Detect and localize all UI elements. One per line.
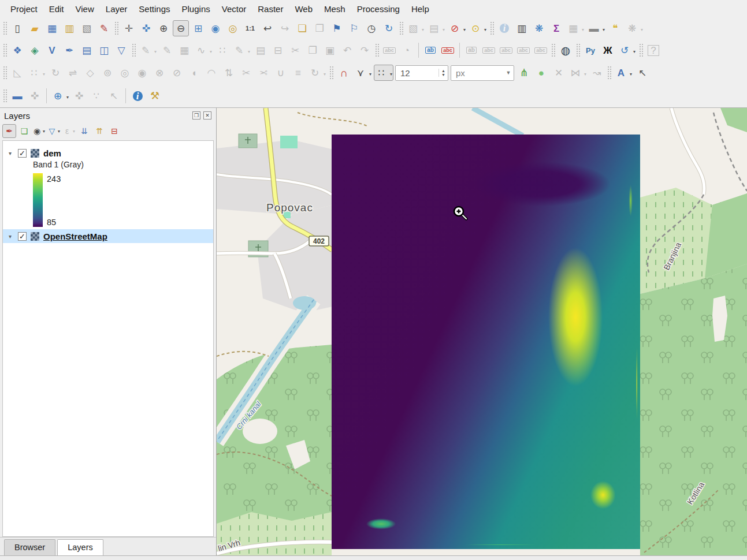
map-target-button[interactable]: ⊕: [50, 88, 70, 104]
menu-item-web[interactable]: Web: [289, 2, 318, 16]
copy-features-button[interactable]: ❐: [304, 42, 321, 58]
snapping-mode-button[interactable]: ∷: [374, 65, 393, 81]
menu-item-vector[interactable]: Vector: [216, 2, 252, 16]
dem-visibility-checkbox[interactable]: ✓: [18, 149, 27, 158]
snapping-tolerance-value[interactable]: 12: [396, 68, 438, 78]
new-spatial-bookmark-button[interactable]: ⚑: [329, 20, 345, 36]
merge-attributes-button[interactable]: ≡: [290, 65, 306, 81]
add-ring-button[interactable]: ◎: [117, 65, 133, 81]
open-layer-styling-button[interactable]: ✒: [2, 124, 16, 138]
toolbox-wrench-button[interactable]: ⚒: [147, 88, 163, 104]
map-canvas[interactable]: 402 Popovac Crni kanal Branjina Kotlina …: [217, 108, 747, 555]
spinbox-stepper[interactable]: ▲▼: [438, 69, 448, 77]
identify-info-button[interactable]: i: [129, 88, 146, 104]
run-feature-action-button[interactable]: ❋: [625, 20, 644, 36]
cut-features-button[interactable]: ✂: [287, 42, 303, 58]
avoid-overlap-button[interactable]: ●: [533, 65, 549, 81]
manage-map-themes-button[interactable]: ◉: [32, 124, 46, 138]
filter-legend-button[interactable]: ▽: [47, 124, 61, 138]
new-map-view-button[interactable]: ❏: [294, 20, 310, 36]
osm-visibility-checkbox[interactable]: ✓: [18, 232, 27, 241]
snapping-type-button[interactable]: ⋎: [353, 65, 373, 81]
vertex-tool-button[interactable]: ✎: [232, 42, 251, 58]
paste-features-button[interactable]: ▣: [322, 42, 338, 58]
undo-button[interactable]: ↶: [339, 42, 355, 58]
offset-curve-button[interactable]: ◠: [203, 65, 220, 81]
expander-icon[interactable]: ▾: [9, 233, 17, 240]
toggle-editing-button[interactable]: ✎: [159, 42, 175, 58]
zoom-to-layer-button[interactable]: ◎: [225, 20, 241, 36]
layer-row-dem[interactable]: ▾ ✓ dem: [3, 146, 213, 160]
new-spatialite-layer-button[interactable]: ✒: [61, 42, 77, 58]
topological-editing-button[interactable]: ⋔: [516, 65, 532, 81]
change-label-button[interactable]: abc: [533, 42, 549, 58]
expand-all-button[interactable]: ⇊: [77, 124, 91, 138]
new-virtual-layer-button[interactable]: ◫: [96, 42, 112, 58]
modify-attributes-button[interactable]: ▤: [252, 42, 269, 58]
refresh-map-button[interactable]: ↻: [381, 20, 397, 36]
reverse-line-button[interactable]: ⇅: [221, 65, 237, 81]
snapping-intersection-mode-button[interactable]: ⋈: [568, 65, 588, 81]
add-feature-button[interactable]: ∷: [214, 42, 231, 58]
menu-item-edit[interactable]: Edit: [43, 2, 70, 16]
close-panel-button[interactable]: ✕: [203, 111, 211, 120]
attribute-table-button[interactable]: ▦: [566, 20, 585, 36]
zoom-next-button[interactable]: ↪: [277, 20, 293, 36]
highlight-pinned-labels-button[interactable]: abc: [481, 42, 497, 58]
float-panel-button[interactable]: ❐: [192, 111, 200, 120]
tab-browser[interactable]: Browser: [4, 539, 55, 555]
add-part-button[interactable]: ◉: [134, 65, 150, 81]
zoom-in-button[interactable]: ⊕: [155, 20, 172, 36]
pointer-tool-button[interactable]: ↖: [106, 88, 122, 104]
zoom-to-selection-button[interactable]: ◉: [207, 20, 224, 36]
menu-item-mesh[interactable]: Mesh: [318, 2, 351, 16]
python-console-button[interactable]: Py: [582, 42, 599, 58]
diagram-options-button[interactable]: ◔: [399, 42, 415, 58]
gps-center-button[interactable]: ✜: [27, 88, 43, 104]
menu-item-layer[interactable]: Layer: [100, 2, 133, 16]
debug-report-button[interactable]: Ж: [600, 42, 616, 58]
reshape-features-button[interactable]: ◖: [186, 65, 202, 81]
rotate-point-symbols-button[interactable]: ↻: [307, 65, 327, 81]
menu-item-plugins[interactable]: Plugins: [176, 2, 216, 16]
new-mesh-layer-button[interactable]: ▽: [113, 42, 129, 58]
zoom-out-button[interactable]: ⊖: [173, 20, 189, 36]
layer-labeling-button[interactable]: ab: [422, 42, 438, 58]
split-parts-button[interactable]: ✂: [255, 65, 272, 81]
identify-features-button[interactable]: i: [496, 20, 512, 36]
vertex-editor-button[interactable]: ∵: [88, 88, 105, 104]
show-spatial-bookmarks-button[interactable]: ⚐: [346, 20, 362, 36]
help-contents-button[interactable]: ?: [645, 42, 661, 58]
new-3d-map-view-button[interactable]: ❐: [311, 20, 328, 36]
layer-row-openstreetmap[interactable]: ▾ ✓ OpenStreetMap: [3, 229, 213, 243]
new-print-layout-button[interactable]: ▥: [61, 20, 77, 36]
select-features-button[interactable]: ▧: [406, 20, 425, 36]
labeling-options-button[interactable]: abc: [381, 42, 397, 58]
rotate-feature-button[interactable]: ↻: [47, 65, 64, 81]
gps-connect-button[interactable]: ▬: [9, 88, 25, 104]
snapping-tolerance-spinbox[interactable]: 12 ▲▼: [395, 65, 448, 81]
delete-selected-button[interactable]: ⊟: [270, 42, 286, 58]
snapping-units-combo[interactable]: px ▼: [451, 65, 514, 81]
pin-labels-button[interactable]: ab: [463, 42, 480, 58]
open-project-button[interactable]: ▰: [27, 20, 43, 36]
style-manager-button[interactable]: ✎: [96, 20, 112, 36]
enable-snapping-button[interactable]: ∩: [336, 65, 352, 81]
map-tips-button[interactable]: ❝: [607, 20, 623, 36]
collapse-all-button[interactable]: ⇈: [92, 124, 106, 138]
measure-button[interactable]: ▬: [586, 20, 606, 36]
digitize-with-segment-button[interactable]: ∿: [194, 42, 213, 58]
spin-up-icon[interactable]: ▲: [441, 69, 445, 73]
remove-layer-button[interactable]: ⊟: [107, 124, 121, 138]
move-label-button[interactable]: abc: [498, 42, 514, 58]
new-project-button[interactable]: ▯: [9, 20, 25, 36]
delete-ring-button[interactable]: ⊗: [151, 65, 168, 81]
menu-item-raster[interactable]: Raster: [252, 2, 289, 16]
data-source-manager-button[interactable]: ❖: [9, 42, 25, 58]
copy-move-feature-button[interactable]: ⇌: [65, 65, 81, 81]
metasearch-button[interactable]: ◍: [558, 42, 574, 58]
zoom-last-button[interactable]: ↩: [259, 20, 276, 36]
layer-labeling-rules-button[interactable]: abc: [440, 42, 456, 58]
add-target-button[interactable]: ✜: [71, 88, 87, 104]
filter-by-expression-button[interactable]: ε: [62, 124, 76, 138]
